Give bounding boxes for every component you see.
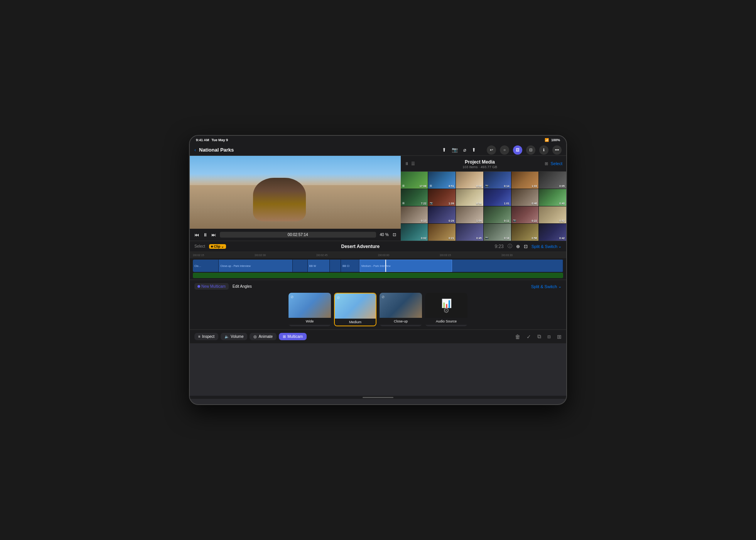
rewind-button[interactable]: ⏮	[194, 232, 199, 238]
duration-label: 0:11	[504, 219, 510, 222]
multicam-button[interactable]: ⊞ Multicam	[279, 333, 307, 340]
volume-button[interactable]: 🔈 Volume	[221, 333, 247, 340]
animate-button[interactable]: ◎ Animate	[250, 333, 277, 340]
inspect-icon: ≡	[198, 334, 201, 339]
fast-forward-button[interactable]: ⏭	[211, 232, 216, 238]
media-grid: ⊞ 17:08 ⊞ 8:51 0:08 📷 0:14	[401, 172, 566, 241]
zoom-symbol: %	[385, 233, 389, 237]
edit-angles-button[interactable]: Edit Angles	[233, 284, 252, 289]
media-thumb[interactable]: 0:45	[456, 224, 483, 241]
bottom-toolbar: ≡ Inspect 🔈 Volume ◎ Animate ⊞ Multicam …	[190, 329, 566, 343]
cam-icon: 📷	[513, 219, 516, 222]
angle-closeup[interactable]: ⊘ Close-up	[380, 293, 422, 326]
clip[interactable]: Close-up - Park Interview	[219, 260, 293, 272]
share-button[interactable]: ⬆	[472, 147, 476, 153]
layout3-button[interactable]: ⊞	[557, 334, 562, 340]
camera-add-button[interactable]: 📷	[452, 147, 458, 153]
media-thumb[interactable]: 0:42	[539, 224, 566, 241]
undo-button[interactable]: ○	[500, 145, 509, 155]
multicam-icon: ⊞	[402, 202, 405, 205]
media-thumb[interactable]: ⊞ 7:22	[401, 189, 428, 206]
delete-button[interactable]: 🗑	[515, 334, 520, 340]
split-switch-button[interactable]: Split & Switch ⌄	[531, 284, 562, 289]
export-button[interactable]: ⬆	[442, 147, 446, 153]
new-multicam-button[interactable]: New Multicam	[194, 283, 229, 290]
battery: 100%	[551, 138, 560, 142]
media-thumb[interactable]: 0:08	[456, 172, 483, 189]
camera2-button[interactable]: ⊡	[526, 145, 535, 155]
clip[interactable]	[330, 260, 341, 272]
media-thumb[interactable]: 0:52	[539, 206, 566, 223]
back-button[interactable]: ‹	[194, 147, 196, 153]
more-button[interactable]: •••	[552, 145, 562, 155]
media-thumb[interactable]: 0:13	[401, 206, 428, 223]
checkmark-button[interactable]: ✓	[526, 334, 531, 340]
media-thumb[interactable]: 0:56	[511, 224, 539, 241]
angle-wide[interactable]: ⊘ Wide	[289, 293, 331, 326]
info-icon[interactable]: ⓘ	[508, 243, 512, 250]
selected-clip[interactable]: Medium - Park Interview	[359, 260, 452, 272]
volume-icon: 🔈	[224, 334, 229, 339]
inspect-label: Inspect	[202, 334, 214, 339]
clip[interactable]	[293, 260, 307, 272]
disabled-cam-icon: ⊘	[381, 295, 385, 299]
options-button[interactable]: Split & Switch ⌄	[532, 244, 562, 249]
media-thumb[interactable]: 0:38	[456, 189, 483, 206]
time: 9:41 AM	[196, 138, 209, 142]
duration-label: 0:42	[559, 237, 565, 240]
media-thumb[interactable]: 0:11	[484, 206, 511, 223]
video-track[interactable]: Clo… Close-up - Park Interview BB W BB C…	[193, 260, 563, 272]
nav-right-icons: ↩ ○ 🖼 ⊡ ℹ •••	[487, 145, 562, 155]
trim-icon[interactable]: ⊡	[524, 244, 528, 249]
clip-chevron: ⌄	[221, 245, 224, 248]
grid-view-button[interactable]: ⊞	[545, 161, 548, 166]
ruler-mark: 00:03:15	[440, 254, 501, 256]
magic-icon[interactable]: ⊕	[516, 244, 520, 249]
ruler-mark: 00:02:15	[193, 254, 255, 256]
duration-label: 0:13	[421, 219, 426, 222]
clip[interactable]	[452, 260, 563, 272]
media-thumb[interactable]: ⊞ 8:51	[428, 172, 456, 189]
photos-button[interactable]: 🖼	[513, 145, 522, 155]
layout1-button[interactable]: ⧉	[537, 333, 541, 340]
layout2-button[interactable]: ⧈	[547, 333, 551, 340]
select-button[interactable]: Select	[550, 161, 562, 166]
media-title: Project Media	[465, 159, 495, 165]
list-icon: ☰	[411, 161, 415, 166]
media-thumb[interactable]: 📷 0:14	[484, 172, 511, 189]
media-thumb[interactable]: 1:04	[456, 206, 483, 223]
clip[interactable]: BB W	[308, 260, 330, 272]
media-thumb[interactable]: 1:01	[484, 189, 511, 206]
angle-medium[interactable]: ⊘ Medium	[334, 293, 376, 326]
media-thumb[interactable]: 1:03	[511, 172, 539, 189]
clip[interactable]: Clo…	[193, 260, 219, 272]
media-thumb[interactable]: 0:02	[401, 224, 428, 241]
media-thumb[interactable]: 0:46	[511, 189, 539, 206]
duration-label: 1:04	[476, 219, 482, 222]
history-button[interactable]: ↩	[487, 145, 496, 155]
clip-icon: ■	[211, 245, 213, 248]
media-thumb[interactable]: 0:05	[539, 172, 566, 189]
select-label: Select	[194, 244, 205, 248]
voiceover-button[interactable]: ⌀	[463, 147, 466, 153]
clip-label-text: Clo…	[194, 265, 201, 267]
clip[interactable]: BB Cl	[341, 260, 359, 272]
video-preview[interactable]: ⏮ ⏸ ⏭ 00:02:57:14 40 % ⊡	[190, 156, 401, 241]
fit-button[interactable]: ⊡	[393, 232, 396, 237]
settings-icon: ⚙	[443, 306, 449, 315]
media-thumb[interactable]: 0:21	[428, 224, 456, 241]
media-thumb[interactable]: 0:40	[539, 189, 566, 206]
inspect-button[interactable]: ≡ Inspect	[194, 333, 218, 340]
media-thumb[interactable]: 📷 1:09	[428, 189, 456, 206]
media-thumb[interactable]: 📷 0:22	[511, 206, 539, 223]
play-pause-button[interactable]: ⏸	[203, 232, 208, 238]
duration-label: 0:08	[476, 185, 482, 187]
media-thumb[interactable]: 📷 0:18	[484, 224, 511, 241]
timeline-tracks[interactable]: Clo… Close-up - Park Interview BB W BB C…	[190, 258, 566, 280]
info-button[interactable]: ℹ	[539, 145, 548, 155]
playhead[interactable]	[385, 260, 386, 272]
media-thumb[interactable]: ⊞ 17:08	[401, 172, 428, 189]
angle-audio[interactable]: 📊 ⚙ Audio Source	[425, 293, 467, 326]
media-thumb[interactable]: 0:29	[428, 206, 456, 223]
duration-label: 0:29	[449, 219, 454, 222]
